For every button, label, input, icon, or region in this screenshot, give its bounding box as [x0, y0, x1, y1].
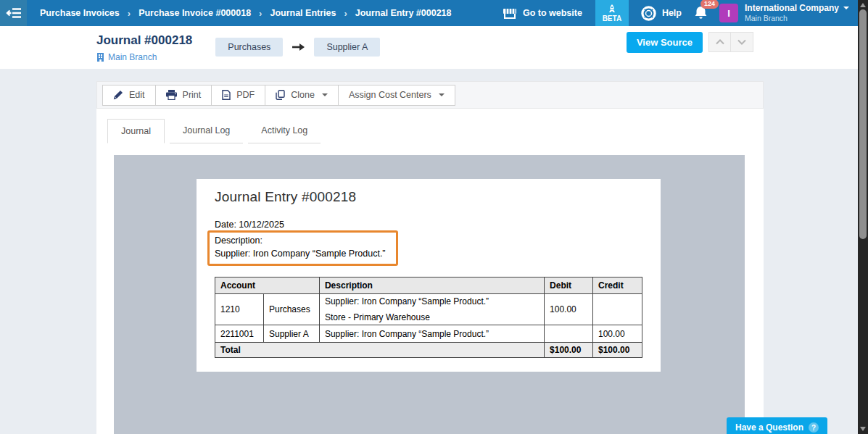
have-a-question-button[interactable]: Have a Question ?: [727, 417, 827, 434]
table-header-row: Account Description Debit Credit: [215, 277, 642, 294]
breadcrumb-separator-icon: ›: [344, 8, 347, 19]
description-cell: Supplier: Iron Company “Sample Product.”: [319, 325, 544, 343]
tab-bar: Journal Journal Log Activity Log: [107, 119, 326, 143]
tab-journal-log[interactable]: Journal Log: [170, 119, 243, 143]
help-label: Help: [662, 8, 682, 18]
previous-record-button[interactable]: [708, 32, 731, 52]
toolbar-button-group: Edit Print PDF: [102, 85, 455, 106]
credit-column-header: Credit: [593, 277, 642, 294]
scrollbar-down-arrow[interactable]: [860, 427, 866, 431]
journal-flow: Purchases Supplier A: [215, 38, 380, 57]
clone-button[interactable]: Clone: [265, 85, 339, 105]
print-label: Print: [183, 90, 202, 100]
chevron-up-icon: [716, 39, 724, 45]
question-mark-icon: ?: [809, 422, 819, 433]
edit-label: Edit: [129, 90, 145, 100]
breadcrumb-separator-icon: ›: [128, 8, 131, 19]
caret-down-icon: [439, 93, 445, 96]
breadcrumb-journal-entry-000218[interactable]: Journal Entry #000218: [355, 8, 452, 18]
breadcrumb-journal-entries[interactable]: Journal Entries: [270, 8, 336, 18]
outdent-menu-icon: [6, 7, 22, 19]
go-to-website-label: Go to website: [523, 8, 582, 18]
notification-count-badge: 124: [700, 0, 719, 9]
notifications-button[interactable]: 124: [694, 6, 708, 20]
flow-from-chip[interactable]: Purchases: [215, 38, 283, 57]
arrow-right-icon: [292, 43, 305, 51]
debit-column-header: Debit: [545, 277, 593, 294]
assign-cost-centers-button[interactable]: Assign Cost Centers: [339, 85, 455, 105]
journal-title-block: Journal #000218 Main Branch: [96, 26, 192, 69]
pencil-icon: [113, 90, 123, 100]
assign-cost-centers-label: Assign Cost Centers: [349, 90, 431, 100]
beta-label: BETA: [603, 14, 621, 22]
debit-cell: 100.00: [545, 294, 593, 325]
help-button[interactable]: Help: [641, 6, 682, 21]
pdf-file-icon: [222, 90, 231, 100]
clone-label: Clone: [291, 90, 315, 100]
breadcrumb: Purchase Invoices › Purchase Invoice #00…: [40, 8, 452, 19]
debit-cell: [545, 325, 593, 343]
breadcrumb-purchase-invoice-000018[interactable]: Purchase Invoice #000018: [139, 8, 251, 18]
account-code-cell: 2211001: [215, 325, 264, 343]
description-column-header: Description: [319, 277, 544, 294]
table-row: 2211001 Supplier A Supplier: Iron Compan…: [215, 325, 642, 343]
total-debit-cell: $100.00: [545, 343, 593, 358]
description-cell: Supplier: Iron Company “Sample Product.”…: [319, 294, 544, 325]
rocket-icon: [608, 4, 616, 14]
credit-cell: 100.00: [593, 325, 642, 343]
total-credit-cell: $100.00: [593, 343, 642, 358]
building-icon: [96, 53, 104, 62]
print-button[interactable]: Print: [156, 85, 212, 105]
chevron-down-icon: [737, 39, 746, 45]
collapse-sidebar-button[interactable]: [0, 0, 27, 26]
caret-down-icon: [322, 93, 328, 96]
go-to-website-link[interactable]: Go to website: [503, 8, 582, 19]
breadcrumb-purchase-invoices[interactable]: Purchase Invoices: [40, 8, 120, 18]
journal-entries-table: Account Description Debit Credit 1210 Pu…: [215, 277, 642, 358]
company-branch-label: Main Branch: [745, 14, 849, 23]
pdf-label: PDF: [236, 90, 255, 100]
tab-journal[interactable]: Journal: [107, 119, 165, 143]
description-label: Description:: [215, 235, 386, 248]
document-title: Journal Entry #000218: [215, 189, 642, 205]
edit-button[interactable]: Edit: [103, 85, 156, 105]
branch-label: Main Branch: [108, 52, 157, 62]
page-title: Journal #000218: [96, 33, 192, 48]
description-highlight-box: Description: Supplier: Iron Company “Sam…: [207, 230, 398, 266]
table-row: 1210 Purchases Supplier: Iron Company “S…: [215, 294, 642, 325]
table-total-row: Total $100.00 $100.00: [215, 343, 642, 358]
description-value: Supplier: Iron Company “Sample Product.”: [215, 248, 386, 261]
clone-copy-icon: [276, 90, 285, 100]
printer-icon: [166, 90, 177, 100]
header-actions: View Source: [627, 32, 753, 69]
topbar-right-section: Go to website BETA Help: [503, 0, 858, 26]
flow-to-chip[interactable]: Supplier A: [314, 38, 380, 57]
journal-entry-sheet: Journal Entry #000218 Date: 10/12/2025 D…: [197, 179, 661, 372]
document-date: Date: 10/12/2025: [215, 220, 642, 230]
vertical-scrollbar[interactable]: [858, 0, 868, 434]
breadcrumb-separator-icon: ›: [259, 8, 262, 19]
have-a-question-label: Have a Question: [735, 422, 803, 433]
tab-activity-log[interactable]: Activity Log: [248, 119, 321, 143]
chevron-down-icon: [843, 7, 849, 9]
scrollbar-up-arrow[interactable]: [860, 3, 866, 7]
total-label-cell: Total: [215, 343, 545, 358]
top-navigation-bar: Purchase Invoices › Purchase Invoice #00…: [0, 0, 858, 26]
company-menu[interactable]: International Company Main Branch: [745, 3, 849, 23]
pdf-button[interactable]: PDF: [212, 85, 265, 105]
beta-badge[interactable]: BETA: [595, 0, 629, 26]
view-source-button[interactable]: View Source: [627, 32, 703, 53]
record-pager: [708, 32, 753, 52]
website-icon: [503, 8, 517, 19]
branch-link[interactable]: Main Branch: [96, 52, 192, 62]
account-name-cell: Purchases: [263, 294, 319, 325]
account-name-cell: Supplier A: [263, 325, 319, 343]
page-header: Journal #000218 Main Branch Purchases Su…: [0, 26, 858, 69]
company-name-label: International Company: [745, 3, 839, 14]
next-record-button[interactable]: [731, 32, 753, 52]
help-life-ring-icon: [641, 6, 656, 21]
action-toolbar: Edit Print PDF: [96, 81, 764, 109]
account-code-cell: 1210: [215, 294, 264, 325]
company-avatar[interactable]: I: [719, 4, 738, 22]
scrollbar-thumb[interactable]: [859, 9, 867, 239]
